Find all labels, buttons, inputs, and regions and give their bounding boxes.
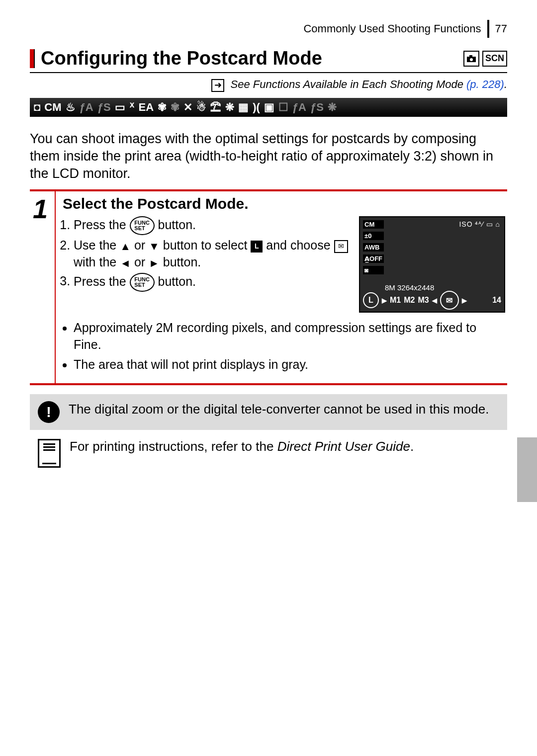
lcd-aoff: A̲OFF [363, 254, 384, 263]
mode-icon: ☃ [196, 101, 206, 114]
warning-text: The digital zoom or the digital tele-con… [69, 401, 489, 418]
mode-icon: ƒS [310, 101, 324, 114]
step-number: 1 [30, 191, 56, 383]
page-number: 77 [495, 22, 507, 35]
intro-paragraph: You can shoot images with the optimal se… [30, 130, 507, 182]
step-block: 1 Select the Postcard Mode. Press the FU… [30, 189, 507, 385]
mode-icon: )( [253, 101, 260, 114]
lcd-mode: CM [363, 220, 384, 229]
mode-icon: ◘ [34, 101, 40, 114]
section-title-row: Configuring the Postcard Mode SCN [30, 48, 507, 73]
lcd-preview: CM ±0 AWB A̲OFF ◙ ISO ⁴ᴬ⁄ ▭ ⌂ 8M 3264x24… [359, 216, 505, 313]
shooting-mode-strip: ◘ CM ♨ ƒA ƒS ▭ ᕽ EA ✾ ✾ ✕ ☃ ⛱ ❋ ▦ )( ▣ ☐… [30, 98, 507, 117]
mode-icon: ❋ [225, 101, 234, 114]
mode-icon: ▣ [264, 101, 274, 114]
lcd-size-option: M2 [404, 296, 415, 305]
lcd-wb: AWB [363, 243, 384, 252]
warning-icon: ! [38, 401, 60, 423]
page-header: Commonly Used Shooting Functions 77 [30, 20, 507, 38]
lcd-arrow-right-icon: ▶ [382, 297, 387, 304]
func-set-button-icon: FUNCSET [130, 273, 155, 292]
postcard-icon: ✉ [334, 240, 348, 253]
lcd-meter: ◙ [363, 266, 384, 274]
print-note-text: For printing instructions, refer to the … [70, 439, 414, 454]
lcd-size-option: M1 [390, 296, 401, 305]
mode-icon: ⛱ [210, 101, 221, 114]
step-instructions: Press the FUNCSET button. Use the ▲ or ▼… [63, 216, 351, 294]
mode-icon: ▭ [115, 101, 125, 114]
mode-badges: SCN [463, 51, 507, 67]
document-icon [38, 439, 61, 468]
instruction-1: Press the FUNCSET button. [74, 216, 351, 235]
mode-icon: ƒS [97, 101, 111, 114]
svg-rect-1 [469, 55, 472, 57]
mode-icon: ᕽ [129, 101, 135, 114]
step-bullet: Approximately 2M recording pixels, and c… [74, 320, 505, 353]
see-reference-text: See Functions Available in Each Shooting… [231, 78, 467, 90]
down-arrow-icon: ▼ [149, 240, 160, 252]
lcd-ev: ±0 [363, 232, 384, 240]
mode-icon: ▦ [238, 101, 249, 114]
print-guide-title: Direct Print User Guide [277, 439, 410, 454]
instruction-3: Press the FUNCSET button. [74, 273, 351, 292]
see-reference-link[interactable]: (p. 228) [466, 78, 504, 90]
right-arrow-icon: ► [149, 257, 160, 269]
lcd-size-l-circle: L [363, 292, 379, 308]
mode-icon: EA [139, 101, 154, 114]
arrow-box-icon: ➜ [211, 79, 224, 92]
instruction-2: Use the ▲ or ▼ button to select L and ch… [74, 237, 351, 271]
up-arrow-icon: ▲ [120, 240, 131, 252]
svg-point-2 [470, 58, 473, 61]
lcd-topright: ISO ⁴ᴬ⁄ ▭ ⌂ [459, 220, 500, 228]
header-divider [487, 20, 489, 38]
left-arrow-icon: ◄ [120, 257, 131, 269]
lcd-arrow-right-icon: ▶ [462, 297, 467, 304]
mode-icon: ❋ [328, 101, 337, 114]
mode-icon: ƒA [292, 101, 306, 114]
section-title: Configuring the Postcard Mode [41, 48, 322, 69]
lcd-shots-remaining: 14 [492, 296, 501, 305]
print-note: For printing instructions, refer to the … [30, 430, 507, 468]
scn-mode-badge: SCN [482, 51, 507, 67]
mode-icon: ♨ [66, 101, 76, 114]
size-l-icon: L [251, 241, 263, 252]
see-reference: ➜ See Functions Available in Each Shooti… [30, 78, 507, 92]
lcd-arrow-left-icon: ◀ [432, 297, 437, 304]
see-reference-suffix: . [504, 78, 507, 90]
mode-icon: ✕ [183, 101, 192, 114]
mode-icon: CM [44, 101, 61, 114]
mode-icon: ☐ [278, 101, 288, 114]
lcd-size-option: M3 [418, 296, 429, 305]
breadcrumb: Commonly Used Shooting Functions [303, 22, 481, 35]
section-accent-bar [30, 49, 35, 68]
side-thumb-tab [517, 437, 537, 488]
warning-note: ! The digital zoom or the digital tele-c… [30, 394, 507, 430]
lcd-postcard-circle: ✉ [440, 291, 459, 310]
mode-icon: ƒA [80, 101, 93, 114]
step-bullet: The area that will not print displays in… [74, 356, 505, 373]
camera-mode-badge [463, 51, 479, 67]
func-set-button-icon: FUNCSET [130, 216, 155, 235]
step-heading: Select the Postcard Mode. [63, 195, 505, 212]
mode-icon: ✾ [171, 101, 179, 114]
mode-icon: ✾ [158, 101, 167, 114]
